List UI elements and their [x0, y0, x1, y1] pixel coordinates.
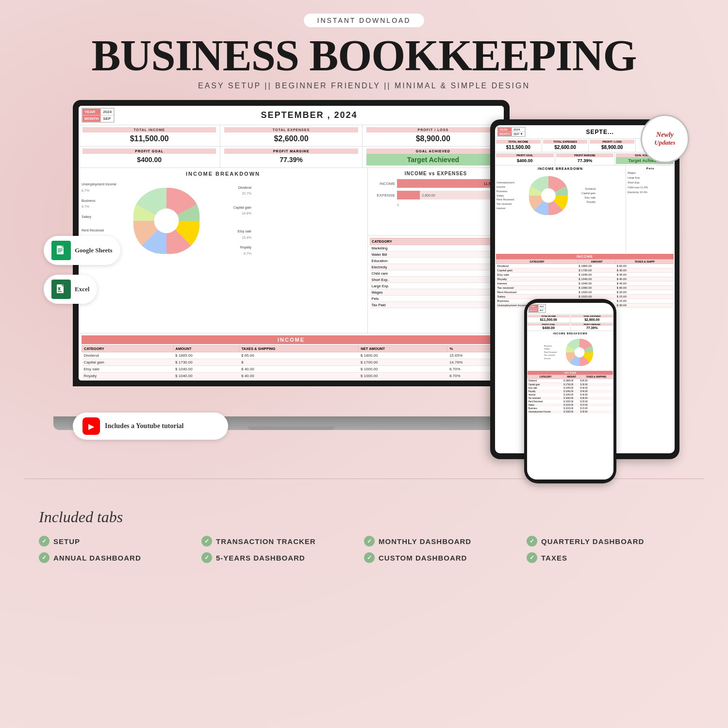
tablet-pie-area: Unemployment Income Business Salary Rent…	[496, 171, 624, 220]
tab-label: MONTHLY DASHBOARD	[379, 537, 471, 546]
income-breakdown-chart: INCOME BREAKDOWN Unemployment Income8.7%…	[79, 168, 368, 333]
tab-item: ✓ 5-YEARS DASHBOARD	[201, 552, 364, 563]
newly-text: Newly	[656, 131, 674, 139]
profit-margin-box: PROFIT MARGINE 77.39%	[220, 147, 362, 167]
instant-download-badge: INSTANT DOWNLOAD	[304, 14, 425, 27]
tab-item: ✓ TRANSACTION TRACKER	[201, 536, 364, 546]
check-icon: ✓	[201, 536, 212, 546]
expense-bar-amount: 2,600.00	[422, 194, 435, 197]
total-income-value: $11,500.00	[83, 132, 216, 144]
pie-labels-right: Dividend15.7% Capital gain14.8% Etsy sal…	[208, 185, 251, 257]
pie-label-3: Salary	[82, 214, 125, 220]
expense-table-row: Marketing	[370, 245, 502, 251]
page-wrapper: INSTANT DOWNLOAD BUSINESS BOOKKEEPING EA…	[0, 0, 728, 728]
expense-table-row: Electricity	[370, 264, 502, 270]
tab-label: TAXES	[541, 554, 567, 562]
expense-bar-row: EXPENSE 2,600.00	[371, 191, 501, 199]
total-expenses-value: $2,600.00	[224, 132, 358, 144]
svg-rect-2	[58, 250, 63, 251]
goals-row: PROFIT GOAL $400.00 PROFIT MARGINE 77.39…	[79, 147, 504, 168]
pie-label-2: Business8.7%	[82, 198, 125, 210]
tab-item: ✓ MONTHLY DASHBOARD	[364, 536, 527, 546]
right-panel: INCOME vs EXPENSES INCOME 11,500.00	[368, 168, 504, 333]
check-icon: ✓	[527, 552, 537, 563]
total-expenses-box: TOTAL EXPENSES $2,600.00	[220, 125, 362, 146]
svg-point-9	[154, 209, 179, 233]
income-bar-label: INCOME	[371, 182, 395, 186]
bar-zero: 0	[371, 202, 501, 207]
tab-label: SETUP	[53, 537, 80, 546]
total-income-box: TOTAL INCOME $11,500.00	[79, 125, 220, 146]
sheets-label: Google Sheets	[75, 247, 113, 254]
tablet-ymbox: YEAR2024 MONTHSEP ▼	[497, 127, 526, 137]
goal-achieved-box: GOAL ACHIEVED Target Achieved	[363, 147, 504, 167]
income-table-row: Etsy sale$ 1040.00$ 40.00$ 1000.008.70%	[82, 366, 501, 373]
tablet-goal2: PROFIT MARGINE 77.39%	[555, 152, 615, 165]
expense-bar-fill	[397, 191, 420, 199]
income-table-row: Interest$ 1040.00$ 40.00$ 1000.008.70%	[82, 380, 501, 381]
tab-item: ✓ ANNUAL DASHBOARD	[39, 552, 201, 563]
google-sheets-badge: Google Sheets	[44, 236, 120, 265]
tab-item: ✓ TAXES	[527, 552, 689, 563]
expense-table-row: Water Bill	[370, 251, 502, 258]
year-month-box: YEAR 2024 MONTH SEP	[82, 108, 115, 123]
check-icon: ✓	[39, 552, 50, 563]
total-income-label: TOTAL INCOME	[83, 127, 216, 132]
tablet-expenses: TOTAL EXPENSES $2,600.00	[542, 139, 589, 152]
laptop-screen-inner: YEAR 2024 MONTH SEP SEPTEMBER , 2024	[79, 106, 504, 381]
tablet-bottom: INCOME BREAKDOWN Unemployment Income Bus…	[495, 165, 675, 253]
tablet-pie-labels: Unemployment Income Business Salary Rent…	[496, 181, 523, 211]
excel-icon	[51, 280, 71, 299]
total-expenses-label: TOTAL EXPENSES	[224, 127, 358, 132]
goal-achieved-label: GOAL ACHIEVED	[366, 149, 500, 154]
profit-loss-value: $8,900.00	[366, 132, 500, 144]
income-bar-fill	[397, 179, 491, 188]
profit-loss-box: PROFIT / LOSS $8,900.00	[363, 125, 504, 146]
tab-item: ✓ CUSTOM DASHBOARD	[364, 552, 527, 563]
tab-label: CUSTOM DASHBOARD	[379, 554, 467, 562]
tablet-profit: PROFIT / LOSS $8,900.00	[589, 139, 636, 152]
expense-bar-track: 2,600.00	[397, 191, 501, 199]
svg-point-11	[541, 188, 556, 203]
phone-header: YEAR2024 MONTHSEP	[527, 303, 613, 314]
sheet-header: YEAR 2024 MONTH SEP SEPTEMBER , 2024	[79, 106, 504, 125]
phone-income-table: INCOME CATEGORY AMOUNT TAXES & SHIPPING	[527, 370, 613, 414]
profit-loss-label: PROFIT / LOSS	[366, 127, 500, 132]
tablet-expense-right: Pets Wages Large Exp. Short Exp. Child c…	[626, 165, 675, 253]
youtube-icon: ▶	[83, 417, 100, 435]
svg-rect-4	[62, 246, 64, 248]
svg-rect-3	[58, 251, 61, 252]
laptop-screen-outer: YEAR 2024 MONTH SEP SEPTEMBER , 2024	[73, 100, 510, 386]
phone-mockup: YEAR2024 MONTHSEP TOTAL INCOME $11,500.0…	[524, 299, 616, 483]
pie-label-1: Unemployment Income8.7%	[82, 182, 125, 194]
expense-table-row: Tax Paid	[370, 302, 502, 308]
pie-right-4: Royalty8.7%	[208, 245, 251, 257]
svg-point-13	[575, 347, 585, 358]
main-title: BUSINESS BOOKKEEPING	[92, 34, 637, 78]
expense-table-row: Child care	[370, 270, 502, 277]
income-bar-track: 11,500.00	[397, 179, 501, 188]
included-tabs-title: Included tabs	[39, 508, 689, 526]
tab-label: QUARTERLY DASHBOARD	[541, 537, 644, 546]
pie-label-4: Rent Received	[82, 228, 125, 234]
svg-rect-7	[62, 284, 64, 286]
income-vs-expenses: INCOME vs EXPENSES INCOME 11,500.00	[368, 168, 504, 236]
expense-bar-label: EXPENSE	[371, 193, 395, 198]
svg-rect-1	[58, 248, 63, 249]
income-table: CATEGORYAMOUNTTAXES & SHIPPINGNET AMOUNT…	[82, 345, 501, 381]
income-table-title: INCOME	[82, 335, 501, 344]
month-label: MONTH	[83, 116, 101, 122]
expense-table-row: Short Exp.	[370, 277, 502, 283]
check-icon: ✓	[364, 552, 375, 563]
spreadsheet: YEAR 2024 MONTH SEP SEPTEMBER , 2024	[79, 106, 504, 381]
pie-right-3: Etsy sale15.4%	[208, 229, 251, 241]
phone-goals: PROFIT GOAL $400.00 PROFIT MARGINE 77.39…	[527, 323, 613, 331]
tabs-grid: ✓ SETUP ✓ TRANSACTION TRACKER ✓ MONTHLY …	[39, 536, 689, 563]
tablet-pie-right-labels: Dividend Capital gain Etsy sale Royalty	[574, 187, 596, 204]
profit-margin-label: PROFIT MARGINE	[224, 149, 358, 154]
phone-pie-svg	[563, 335, 596, 369]
check-icon: ✓	[364, 536, 375, 546]
phone-screen: YEAR2024 MONTHSEP TOTAL INCOME $11,500.0…	[527, 303, 613, 480]
expense-col-header: CATEGORY	[370, 238, 502, 245]
tab-item: ✓ QUARTERLY DASHBOARD	[527, 536, 689, 546]
